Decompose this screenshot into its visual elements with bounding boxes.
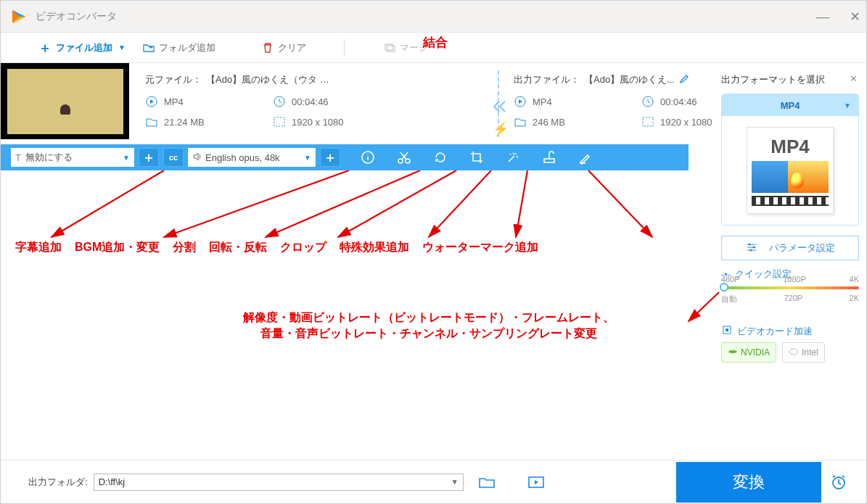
slider-handle[interactable] bbox=[720, 283, 728, 292]
toolbar-separator bbox=[344, 39, 345, 57]
svg-line-14 bbox=[164, 170, 349, 237]
svg-point-21 bbox=[748, 243, 750, 245]
svg-rect-4 bbox=[274, 117, 284, 126]
speaker-icon bbox=[192, 152, 202, 164]
audio-select-value: English opus, 48k bbox=[205, 152, 280, 163]
anno-subtitle: 字幕追加 bbox=[15, 240, 62, 255]
plus-icon: ＋ bbox=[38, 39, 52, 57]
edit-filename-button[interactable] bbox=[679, 74, 689, 86]
source-file-column: 元ファイル： 【Ado】風のゆくえ（ウタ … MP4 00:04:46 21.2… bbox=[129, 63, 498, 144]
svg-rect-7 bbox=[643, 117, 653, 126]
format-card-label: MP4 bbox=[771, 136, 809, 158]
param-btn-label2: パラメータ設定 bbox=[769, 241, 835, 255]
output-label: 出力ファイル： bbox=[514, 73, 580, 86]
audio-select[interactable]: English opus, 48k ▼ bbox=[188, 148, 316, 167]
titlebar: ビデオコンバータ — ✕ bbox=[1, 1, 866, 33]
open-output-button[interactable] bbox=[526, 474, 546, 491]
rotate-icon[interactable] bbox=[433, 150, 448, 165]
chevron-down-icon: ▼ bbox=[844, 102, 851, 110]
svg-line-13 bbox=[52, 170, 164, 237]
open-folder-button[interactable] bbox=[477, 474, 497, 491]
add-file-button[interactable]: ＋ ファイル追加 ▼ bbox=[38, 39, 126, 57]
chevron-down-icon: ▼ bbox=[304, 154, 311, 162]
svg-rect-0 bbox=[385, 44, 393, 50]
add-folder-button[interactable]: フォルダ追加 bbox=[143, 41, 215, 54]
sidebar-title: 出力フォーマットを選択 bbox=[721, 73, 859, 86]
edit-actionbar: T 無効にする ▼ ＋ cc English opus, 48k ▼ ＋ bbox=[1, 144, 689, 170]
sidebar: 出力フォーマットを選択 MP4 ▼ MP4 パラメータ設定 -•- クイック設定 bbox=[721, 73, 859, 363]
watermark-icon[interactable] bbox=[542, 150, 556, 165]
size-icon bbox=[145, 115, 158, 128]
parameter-settings-button[interactable]: パラメータ設定 bbox=[721, 236, 859, 260]
sliders-icon bbox=[746, 241, 757, 255]
info-icon[interactable] bbox=[361, 150, 375, 165]
gpu-intel-badge[interactable]: Intel bbox=[782, 342, 825, 363]
source-size: 21.24 MB bbox=[164, 117, 205, 128]
chevron-down-icon: ▼ bbox=[118, 44, 126, 51]
svg-point-11 bbox=[515, 153, 517, 154]
close-button[interactable]: ✕ bbox=[850, 9, 860, 25]
svg-rect-1 bbox=[387, 46, 395, 51]
merge-icon bbox=[384, 42, 395, 54]
folder-plus-icon bbox=[143, 42, 155, 54]
gpu-nvidia-badge[interactable]: NVIDIA bbox=[721, 342, 776, 363]
effects-icon[interactable] bbox=[506, 150, 520, 165]
source-label: 元ファイル： bbox=[145, 73, 202, 86]
minimize-button[interactable]: — bbox=[816, 9, 829, 25]
annotation-merge-label: 結合 bbox=[423, 34, 448, 51]
svg-line-18 bbox=[516, 170, 527, 237]
output-format-box[interactable]: MP4 ▼ MP4 bbox=[721, 94, 859, 226]
output-size: 246 MB bbox=[533, 117, 565, 128]
anno-effect: 特殊効果追加 bbox=[340, 240, 409, 255]
intel-icon bbox=[789, 347, 799, 359]
resolution-icon bbox=[641, 115, 654, 128]
cut-icon[interactable] bbox=[397, 150, 411, 165]
gpu-accel-title: ビデオカード加速 bbox=[721, 324, 859, 338]
crop-icon[interactable] bbox=[469, 150, 484, 165]
video-thumbnail[interactable] bbox=[1, 63, 129, 139]
watermark2-icon[interactable] bbox=[578, 150, 593, 165]
source-resolution: 1920 x 1080 bbox=[292, 117, 344, 128]
merge-button[interactable]: マージ bbox=[384, 41, 428, 54]
clock-icon bbox=[273, 95, 286, 108]
source-duration: 00:04:46 bbox=[292, 96, 329, 107]
add-audio-button[interactable]: ＋ bbox=[320, 148, 340, 167]
window-title: ビデオコンバータ bbox=[36, 10, 117, 23]
output-folder-select[interactable]: D:\ff\kj ▼ bbox=[94, 474, 464, 491]
anno-rotate: 回転・反転 bbox=[209, 240, 267, 255]
source-filename: 【Ado】風のゆくえ（ウタ … bbox=[206, 73, 329, 86]
convert-button[interactable]: 変換 bbox=[676, 462, 821, 503]
output-format-value: MP4 bbox=[781, 100, 800, 111]
subtitle-select[interactable]: T 無効にする ▼ bbox=[11, 148, 134, 167]
svg-line-20 bbox=[689, 292, 719, 321]
schedule-button[interactable] bbox=[821, 462, 856, 503]
anno-split: 分割 bbox=[173, 240, 196, 255]
anno-bgm: BGM追加・変更 bbox=[75, 240, 160, 255]
chevron-down-icon: ▼ bbox=[451, 478, 459, 486]
output-folder-path: D:\ff\kj bbox=[99, 476, 126, 487]
anno-watermark: ウォーターマーク追加 bbox=[422, 240, 538, 255]
svg-point-26 bbox=[789, 349, 798, 355]
output-duration: 00:04:46 bbox=[660, 96, 697, 107]
svg-line-19 bbox=[588, 170, 652, 237]
annotation-params: 解像度・動画ビットレート（ビットレートモード）・フレームレート、 音量・音声ビッ… bbox=[168, 310, 690, 342]
svg-point-23 bbox=[749, 249, 752, 251]
subtitle-select-value: 無効にする bbox=[25, 151, 73, 164]
format-card: MP4 bbox=[747, 127, 834, 214]
format-icon bbox=[514, 95, 527, 108]
svg-rect-12 bbox=[544, 159, 554, 162]
add-file-label: ファイル追加 bbox=[56, 41, 112, 54]
resolution-slider[interactable]: 480P 1080P 4K 自動 720P 2K bbox=[721, 286, 859, 315]
add-subtitle-button[interactable]: ＋ bbox=[139, 148, 159, 167]
footer: 出力フォルダ: D:\ff\kj ▼ 変換 bbox=[1, 460, 866, 503]
add-folder-label: フォルダ追加 bbox=[159, 41, 215, 54]
subtitle-cc-button[interactable]: cc bbox=[163, 148, 184, 167]
chevron-down-icon: ▼ bbox=[123, 154, 130, 162]
output-resolution: 1920 x 1080 bbox=[660, 117, 712, 128]
output-filename: 【Ado】風のゆくえ... bbox=[584, 73, 675, 86]
trash-icon bbox=[262, 42, 274, 54]
svg-point-22 bbox=[752, 246, 755, 248]
svg-rect-25 bbox=[726, 329, 728, 331]
clear-button[interactable]: クリア bbox=[262, 41, 306, 54]
size-icon bbox=[514, 115, 527, 128]
